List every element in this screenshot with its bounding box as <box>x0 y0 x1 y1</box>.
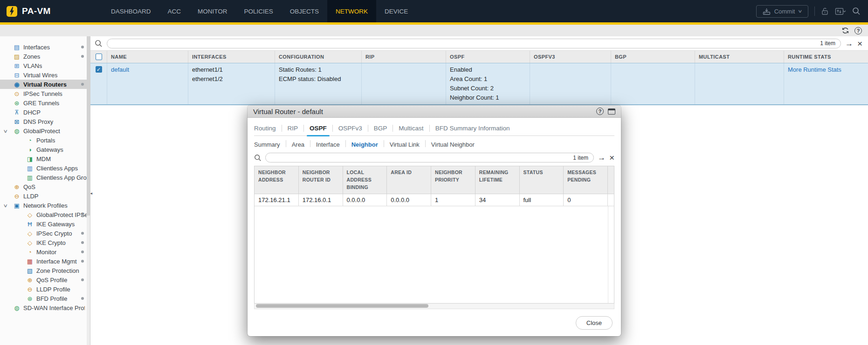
select-all-checkbox[interactable] <box>96 54 102 60</box>
tab-multicast[interactable]: Multicast <box>399 122 423 135</box>
sidebar-item-gateways[interactable]: ◑Gateways <box>0 145 90 154</box>
horizontal-scrollbar[interactable] <box>254 304 614 309</box>
nav-item-device[interactable]: DEVICE <box>376 0 416 22</box>
row-checkbox[interactable]: ✓ <box>96 66 102 73</box>
column-header-ospf[interactable]: OSPF <box>446 51 530 63</box>
neighbor-table-row[interactable]: 172.16.21.1172.16.0.10.0.0.00.0.0.0134fu… <box>255 194 614 206</box>
sidebar: ▤Interfaces▨Zones⊞VLANs⊟Virtual Wires◉Vi… <box>0 36 90 345</box>
sidebar-collapse-icon[interactable]: ◂ <box>90 191 92 196</box>
sidebar-item-ike-gateways[interactable]: ĦIKE Gateways <box>0 219 90 229</box>
sidebar-item-globalprotect-ipsec-crypto[interactable]: ◇GlobalProtect IPSec Crypto <box>0 210 90 219</box>
neighbor-clear-filter-icon[interactable]: × <box>609 153 614 162</box>
tab-ospfv3[interactable]: OSPFv3 <box>338 122 362 135</box>
nav-item-policies[interactable]: POLICIES <box>236 0 282 22</box>
link[interactable]: default <box>111 65 184 74</box>
nav-item-network[interactable]: NETWORK <box>327 0 376 22</box>
sidebar-item-mdm[interactable]: ◨MDM <box>0 154 90 163</box>
brand[interactable]: PA-VM <box>0 0 83 22</box>
column-header-multicast[interactable]: MULTICAST <box>695 51 784 63</box>
column-header-interfaces[interactable]: INTERFACES <box>188 51 275 63</box>
sidebar-item-zone-protection[interactable]: ▧Zone Protection <box>0 266 90 275</box>
dialog-window-icon[interactable] <box>608 108 615 115</box>
dialog-header[interactable]: Virtual Router - default ? <box>248 105 621 118</box>
neighbor-search-input[interactable] <box>271 155 573 161</box>
lock-icon[interactable] <box>821 7 829 15</box>
sidebar-item-bfd-profile[interactable]: ⊛BFD Profile <box>0 294 90 303</box>
sidebar-item-clientless-app-groups[interactable]: ▥Clientless App Groups <box>0 173 90 182</box>
neighbor-apply-filter-icon[interactable]: → <box>598 154 606 162</box>
sidebar-item-zones[interactable]: ▨Zones <box>0 52 90 61</box>
status-dot <box>81 46 84 48</box>
column-header-rip[interactable]: RIP <box>362 51 446 63</box>
column-header-local-address-binding[interactable]: LOCAL ADDRESS BINDING <box>343 166 387 194</box>
sidebar-item-sd-wan-interface-profile[interactable]: ◍SD-WAN Interface Profile <box>0 303 90 312</box>
column-header-bgp[interactable]: BGP <box>611 51 695 63</box>
column-header-messages-pending[interactable]: MESSAGES PENDING <box>564 166 608 194</box>
sidebar-item-interfaces[interactable]: ▤Interfaces <box>0 42 90 52</box>
sidebar-item-gre-tunnels[interactable]: ⊛GRE Tunnels <box>0 98 90 108</box>
chevron-down-icon[interactable]: ∨ <box>3 129 8 134</box>
horizontal-scrollbar-thumb[interactable] <box>256 304 428 308</box>
tab-routing[interactable]: Routing <box>254 122 276 135</box>
tab-ospf[interactable]: OSPF <box>310 122 327 135</box>
sidebar-item-portals[interactable]: ◔Portals <box>0 135 90 145</box>
sidebar-item-lldp[interactable]: ⊖LLDP <box>0 191 90 201</box>
global-search-icon[interactable] <box>852 7 861 15</box>
vr-table-row[interactable]: ✓defaultethernet1/1ethernet1/2Static Rou… <box>90 63 868 105</box>
column-header-neighbor-priority[interactable]: NEIGHBOR PRIORITY <box>431 166 475 194</box>
column-header-remaining-lifetime[interactable]: REMAINING LIFETIME <box>475 166 520 194</box>
config-sync-icon[interactable] <box>835 7 846 16</box>
network-profiles-icon: ▣ <box>13 202 21 209</box>
sidebar-item-monitor[interactable]: ◔Monitor <box>0 247 90 257</box>
column-header-ospfv3[interactable]: OSPFV3 <box>530 51 611 63</box>
apply-filter-icon[interactable]: → <box>845 40 853 47</box>
subtab-virtual-neighbor[interactable]: Virtual Neighbor <box>431 141 475 148</box>
column-header-name[interactable]: NAME <box>107 51 188 63</box>
sidebar-item-virtual-routers[interactable]: ◉Virtual Routers <box>0 80 90 89</box>
sidebar-item-vlans[interactable]: ⊞VLANs <box>0 61 90 70</box>
close-button[interactable]: Close <box>576 316 613 330</box>
column-header-status[interactable]: STATUS <box>520 166 564 194</box>
tab-bfd-summary-information[interactable]: BFD Summary Information <box>435 122 510 135</box>
sidebar-item-ipsec-crypto[interactable]: ◇IPSec Crypto <box>0 229 90 238</box>
clear-filter-icon[interactable]: × <box>857 39 862 48</box>
tab-rip[interactable]: RIP <box>288 122 298 135</box>
sidebar-scrollbar[interactable] <box>87 36 90 345</box>
sidebar-item-dns-proxy[interactable]: ⊠DNS Proxy <box>0 117 90 126</box>
column-header-area-id[interactable]: AREA ID <box>387 166 431 194</box>
subtab-virtual-link[interactable]: Virtual Link <box>390 141 420 148</box>
sidebar-item-qos-profile[interactable]: ⊕QoS Profile <box>0 275 90 284</box>
subtab-area[interactable]: Area <box>292 141 304 148</box>
column-header-neighbor-router-id[interactable]: NEIGHBOR ROUTER ID <box>299 166 343 194</box>
sidebar-item-qos[interactable]: ⊕QoS <box>0 182 90 191</box>
subtab-neighbor[interactable]: Neighbor <box>351 141 378 148</box>
column-header-configuration[interactable]: CONFIGURATION <box>275 51 362 63</box>
sidebar-list: ▤Interfaces▨Zones⊞VLANs⊟Virtual Wires◉Vi… <box>0 42 90 312</box>
search-input[interactable] <box>112 40 820 47</box>
sidebar-item-clientless-apps[interactable]: ▥Clientless Apps <box>0 163 90 173</box>
sidebar-item-network-profiles[interactable]: ∨▣Network Profiles <box>0 201 90 210</box>
refresh-icon[interactable] <box>841 27 849 34</box>
sidebar-item-ipsec-tunnels[interactable]: ⊙IPSec Tunnels <box>0 89 90 98</box>
column-header-neighbor-address[interactable]: NEIGHBOR ADDRESS <box>255 166 299 194</box>
subtab-summary[interactable]: Summary <box>254 141 280 148</box>
tab-bgp[interactable]: BGP <box>374 122 387 135</box>
sidebar-item-globalprotect[interactable]: ∨◍GlobalProtect <box>0 126 90 135</box>
dialog-help-icon[interactable]: ? <box>596 108 604 115</box>
nav-item-objects[interactable]: OBJECTS <box>282 0 327 22</box>
nav-item-acc[interactable]: ACC <box>159 0 190 22</box>
sidebar-item-lldp-profile[interactable]: ⊖LLDP Profile <box>0 284 90 294</box>
sidebar-scrollbar-thumb[interactable] <box>87 36 90 216</box>
sidebar-item-ike-crypto[interactable]: ◇IKE Crypto <box>0 238 90 247</box>
sidebar-item-virtual-wires[interactable]: ⊟Virtual Wires <box>0 70 90 80</box>
column-header-runtime-stats[interactable]: RUNTIME STATS <box>784 51 868 63</box>
subtab-interface[interactable]: Interface <box>316 141 340 148</box>
sidebar-item-interface-mgmt[interactable]: ▦Interface Mgmt <box>0 257 90 266</box>
link[interactable]: More Runtime Stats <box>788 65 864 74</box>
sidebar-item-dhcp[interactable]: ⊼DHCP <box>0 108 90 117</box>
commit-button[interactable]: Commit ∨ <box>756 5 808 18</box>
nav-item-monitor[interactable]: MONITOR <box>189 0 236 22</box>
chevron-down-icon[interactable]: ∨ <box>3 203 8 208</box>
help-icon[interactable]: ? <box>854 27 862 34</box>
nav-item-dashboard[interactable]: DASHBOARD <box>103 0 159 22</box>
